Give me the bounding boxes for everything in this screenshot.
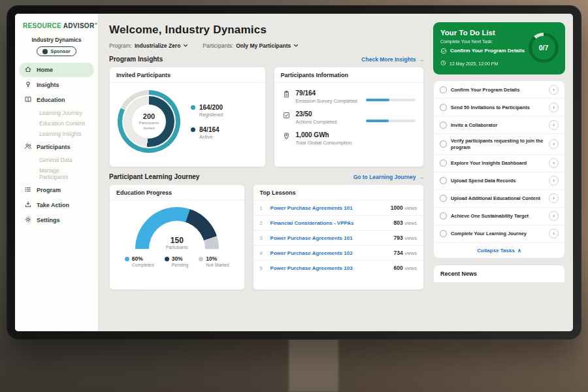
info-value: 79/164 bbox=[296, 90, 357, 97]
sidebar-item-home[interactable]: Home bbox=[19, 63, 94, 77]
task-checkbox[interactable] bbox=[440, 122, 447, 129]
progress-bar bbox=[366, 120, 416, 122]
section-title: Participant Learning Journey bbox=[109, 173, 199, 180]
check-more-insights-link[interactable]: Check More Insights → bbox=[361, 56, 424, 63]
task-checkbox[interactable] bbox=[440, 86, 447, 93]
arrow-right-icon: → bbox=[419, 174, 425, 180]
task-row[interactable]: Invite a Collaborator › bbox=[434, 116, 564, 134]
task-label: Explore Your Insights Dashboard bbox=[451, 160, 545, 167]
lesson-link[interactable]: Power Purchase Agreements 101 bbox=[270, 235, 389, 241]
chevron-right-icon[interactable]: › bbox=[549, 176, 559, 186]
chevron-right-icon[interactable]: › bbox=[549, 85, 559, 95]
legend-pending: 30% Pending bbox=[165, 255, 189, 267]
task-label: Upload Additional Educational Content bbox=[451, 195, 545, 202]
task-row[interactable]: Upload Spend Data Records › bbox=[434, 172, 564, 190]
chevron-right-icon[interactable]: › bbox=[549, 193, 559, 203]
task-checkbox[interactable] bbox=[440, 140, 447, 148]
info-value: 1,000 GWh bbox=[296, 131, 352, 139]
lesson-link[interactable]: Power Purchase Agreements 103 bbox=[270, 265, 389, 271]
task-row[interactable]: Confirm Your Program Details › bbox=[434, 81, 564, 99]
sidebar-item-general-data[interactable]: General Data bbox=[19, 155, 94, 165]
legend-value: 84/164 bbox=[199, 126, 220, 133]
sponsor-badge[interactable]: Sponsor bbox=[37, 46, 76, 56]
app-logo: RESOURCE ADVISOR+ bbox=[15, 21, 98, 29]
lesson-rank: 1 bbox=[260, 206, 265, 210]
sidebar-item-participants[interactable]: Participants bbox=[19, 140, 94, 154]
sidebar-item-learning-journey[interactable]: Learning Journey bbox=[19, 108, 94, 118]
sidebar-item-take-action[interactable]: Take Action bbox=[19, 198, 94, 212]
legend-value: 10% bbox=[206, 255, 217, 262]
task-row[interactable]: Achieve One Sustainability Target › bbox=[434, 208, 564, 225]
legend-dot bbox=[191, 127, 195, 132]
sidebar-item-learning-insights[interactable]: Learning Insights bbox=[19, 129, 94, 139]
sidebar-item-settings[interactable]: Settings bbox=[19, 213, 94, 227]
task-checkbox[interactable] bbox=[440, 195, 447, 202]
lesson-views: 734 views bbox=[394, 250, 417, 256]
card-title: Participants Information bbox=[274, 67, 423, 83]
filters-bar: Program: Industrialize Zero Participants… bbox=[109, 42, 424, 49]
task-row[interactable]: Upload Additional Educational Content › bbox=[434, 190, 564, 208]
chevron-right-icon[interactable]: › bbox=[549, 120, 559, 130]
task-checkbox[interactable] bbox=[440, 104, 447, 111]
legend-active: 84/164 Active bbox=[191, 126, 223, 140]
sidebar-item-label: Participants bbox=[37, 144, 71, 150]
lesson-link[interactable]: Power Purchase Agreements 102 bbox=[270, 250, 389, 256]
info-row-survey: 79/164 Emission Survey Completed bbox=[282, 90, 416, 104]
chevron-down-icon bbox=[183, 42, 188, 49]
card-title: Invited Participants bbox=[110, 67, 265, 83]
chevron-right-icon[interactable]: › bbox=[549, 103, 559, 112]
monitor-stand bbox=[289, 335, 338, 392]
program-filter[interactable]: Program: Industrialize Zero bbox=[109, 42, 188, 49]
lesson-link[interactable]: Financial Considerations - VPPAs bbox=[270, 220, 389, 226]
task-label: Send 50 Invitations to Participants bbox=[451, 105, 545, 111]
list-icon bbox=[24, 186, 32, 195]
task-label: Achieve One Sustainability Target bbox=[451, 213, 545, 220]
legend-dot bbox=[199, 257, 203, 261]
lesson-link[interactable]: Power Purchase Agreements 101 bbox=[270, 205, 385, 211]
gauge-center-label: Participants bbox=[135, 245, 219, 249]
gauge-center: 150 Participants bbox=[135, 236, 219, 249]
participants-filter[interactable]: Participants: Only My Participants bbox=[203, 42, 299, 49]
progress-bar bbox=[366, 99, 416, 101]
sidebar-item-insights[interactable]: Insights bbox=[19, 78, 94, 92]
invited-participants-donut: 200 Participants Invited bbox=[118, 90, 180, 153]
lesson-rank: 5 bbox=[260, 266, 265, 270]
chevron-right-icon[interactable]: › bbox=[549, 229, 559, 238]
sidebar-item-education[interactable]: Education bbox=[19, 93, 94, 107]
sidebar-item-education-content[interactable]: Education Content bbox=[19, 118, 94, 129]
sidebar-item-label: Settings bbox=[37, 217, 60, 223]
legend-label: Completed bbox=[132, 263, 154, 267]
go-to-learning-journey-link[interactable]: Go to Learning Journey → bbox=[353, 174, 424, 180]
task-checkbox[interactable] bbox=[440, 212, 447, 220]
info-label: Total Global Consumption bbox=[296, 140, 352, 146]
info-value: 23/50 bbox=[296, 110, 337, 118]
legend-value: 164/200 bbox=[199, 104, 223, 111]
chevron-right-icon[interactable]: › bbox=[549, 158, 559, 168]
sidebar-item-program[interactable]: Program bbox=[19, 183, 94, 197]
task-checkbox[interactable] bbox=[440, 177, 447, 184]
task-row[interactable]: Complete Your Learning Journey › bbox=[434, 225, 564, 243]
task-checkbox[interactable] bbox=[440, 230, 447, 237]
task-checkbox[interactable] bbox=[440, 159, 447, 167]
task-row[interactable]: Verify participants requesting to join t… bbox=[434, 134, 564, 154]
task-row[interactable]: Send 50 Invitations to Participants › bbox=[434, 99, 564, 116]
chevron-right-icon[interactable]: › bbox=[549, 139, 559, 149]
sidebar-item-label: Home bbox=[37, 67, 53, 73]
task-label: Confirm Your Program Details bbox=[451, 87, 545, 93]
chevron-right-icon[interactable]: › bbox=[549, 211, 559, 221]
task-row[interactable]: Explore Your Insights Dashboard › bbox=[434, 155, 564, 172]
lesson-views: 803 views bbox=[394, 220, 417, 226]
participants-information-card: Participants Information 79/164 Emission… bbox=[274, 67, 424, 167]
legend-dot bbox=[125, 257, 129, 261]
participants-filter-value: Only My Participants bbox=[236, 42, 291, 49]
lesson-views: 600 views bbox=[394, 265, 417, 271]
lesson-row: 4 Power Purchase Agreements 102 734 view… bbox=[253, 246, 423, 261]
sponsor-icon bbox=[42, 49, 48, 54]
background: RESOURCE ADVISOR+ Industry Dynamics Spon… bbox=[0, 0, 588, 392]
collapse-tasks-link[interactable]: Collapse Tasks ∧ bbox=[434, 243, 564, 258]
learning-cards-row: Education Progress 150 Participants 60 bbox=[109, 184, 424, 290]
sidebar-item-label: Manage Participants bbox=[39, 167, 68, 180]
sidebar-item-manage-participants[interactable]: Manage Participants bbox=[19, 165, 94, 182]
legend-registered: 164/200 Registered bbox=[191, 104, 223, 118]
task-label: Complete Your Learning Journey bbox=[451, 231, 545, 237]
